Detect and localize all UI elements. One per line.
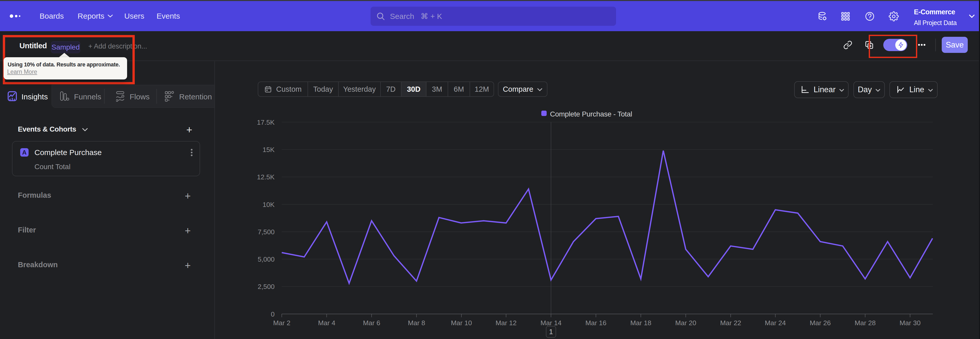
svg-text:Mar 6: Mar 6 [363, 319, 380, 327]
svg-text:Mar 2: Mar 2 [273, 319, 290, 327]
svg-text:Mar 20: Mar 20 [675, 319, 696, 327]
svg-text:Mar 4: Mar 4 [318, 319, 335, 327]
svg-text:15K: 15K [262, 146, 275, 154]
svg-text:Mar 22: Mar 22 [720, 319, 741, 327]
svg-text:Mar 28: Mar 28 [855, 319, 876, 327]
svg-text:Mar 12: Mar 12 [496, 319, 517, 327]
svg-text:Mar 24: Mar 24 [765, 319, 786, 327]
svg-text:Mar 14: Mar 14 [541, 319, 562, 327]
svg-text:0: 0 [271, 310, 275, 318]
svg-text:5,000: 5,000 [258, 256, 275, 263]
svg-text:Mar 18: Mar 18 [630, 319, 651, 327]
svg-text:Mar 16: Mar 16 [585, 319, 606, 327]
svg-text:2,500: 2,500 [258, 283, 275, 291]
svg-text:Mar 30: Mar 30 [900, 319, 921, 327]
svg-text:17.5K: 17.5K [257, 118, 275, 126]
svg-text:Mar 10: Mar 10 [451, 319, 472, 327]
svg-text:10K: 10K [262, 201, 275, 208]
svg-text:12.5K: 12.5K [257, 173, 275, 181]
svg-text:Mar 8: Mar 8 [408, 319, 425, 327]
svg-text:7,500: 7,500 [258, 228, 275, 236]
svg-text:Mar 26: Mar 26 [810, 319, 831, 327]
